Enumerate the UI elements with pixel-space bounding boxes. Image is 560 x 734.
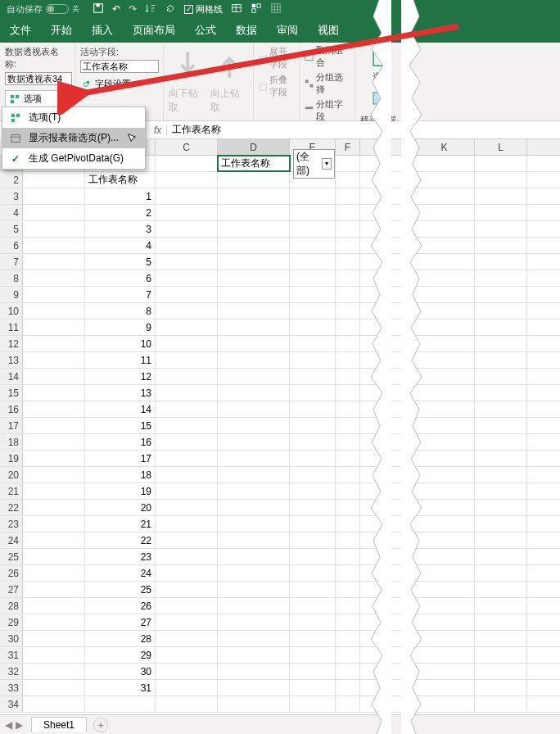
cell[interactable] <box>336 336 360 351</box>
cell[interactable] <box>336 598 360 614</box>
cell[interactable] <box>218 647 290 663</box>
cell[interactable]: 21 <box>85 516 156 532</box>
undo-icon[interactable]: ↶ <box>112 3 120 15</box>
cell[interactable] <box>475 270 527 286</box>
cell[interactable] <box>218 238 290 253</box>
autosave-toggle[interactable]: 自动保存 关 <box>7 3 79 16</box>
cell[interactable] <box>290 385 336 401</box>
cell[interactable] <box>336 664 360 679</box>
row-header[interactable]: 26 <box>0 565 23 581</box>
row-header[interactable]: 23 <box>0 516 23 532</box>
cell[interactable] <box>156 352 218 368</box>
cell[interactable] <box>218 287 290 302</box>
cell[interactable] <box>290 631 336 646</box>
cell[interactable] <box>23 352 85 368</box>
cell[interactable] <box>475 418 527 433</box>
cell[interactable] <box>23 696 85 712</box>
select-button[interactable]: 选择 <box>360 46 403 83</box>
cell[interactable] <box>290 598 336 614</box>
row-header[interactable]: 30 <box>0 631 23 646</box>
cell[interactable] <box>23 647 85 663</box>
cell[interactable] <box>218 451 290 466</box>
col-header-f[interactable]: F <box>336 139 360 155</box>
add-sheet-button[interactable]: + <box>93 718 108 732</box>
cell[interactable] <box>218 582 290 597</box>
col-header-c[interactable]: C <box>156 139 218 155</box>
cell[interactable] <box>336 565 360 581</box>
cell[interactable] <box>336 647 360 663</box>
tab-review[interactable]: 审阅 <box>267 18 308 43</box>
activefield-input[interactable] <box>80 60 159 73</box>
cell[interactable] <box>156 451 218 466</box>
cell[interactable] <box>336 254 360 270</box>
cell[interactable]: 4 <box>85 238 156 253</box>
cell[interactable] <box>156 205 218 220</box>
row-header[interactable]: 15 <box>0 385 23 401</box>
cell[interactable] <box>414 254 475 270</box>
cell[interactable] <box>23 418 85 433</box>
row-header[interactable]: 4 <box>0 205 23 220</box>
cell[interactable] <box>336 172 360 188</box>
cell[interactable] <box>475 516 527 532</box>
cell[interactable] <box>23 287 85 302</box>
cell[interactable] <box>23 434 85 450</box>
cell[interactable] <box>156 680 218 695</box>
cell[interactable]: 17 <box>85 451 156 466</box>
cell[interactable] <box>23 336 85 351</box>
cell[interactable] <box>218 631 290 646</box>
row-header[interactable]: 21 <box>0 483 23 499</box>
cell[interactable]: 5 <box>85 254 156 270</box>
cell[interactable] <box>156 287 218 302</box>
row-header[interactable]: 22 <box>0 500 23 515</box>
row-header[interactable]: 12 <box>0 336 23 351</box>
tab-view[interactable]: 视图 <box>308 18 349 43</box>
cell[interactable] <box>336 582 360 597</box>
cell[interactable] <box>336 516 360 532</box>
cell[interactable] <box>156 614 218 630</box>
cell[interactable] <box>414 500 475 515</box>
cell[interactable] <box>290 270 336 286</box>
cell[interactable] <box>336 614 360 630</box>
cell[interactable] <box>475 451 527 466</box>
cell[interactable]: 23 <box>85 549 156 564</box>
cell[interactable] <box>414 221 475 237</box>
cell[interactable] <box>156 188 218 204</box>
cell[interactable]: 工作表名称 <box>85 172 156 188</box>
cell[interactable] <box>336 270 360 286</box>
cell[interactable] <box>23 467 85 483</box>
cell[interactable] <box>218 598 290 614</box>
cell[interactable] <box>336 156 360 171</box>
cell[interactable] <box>336 238 360 253</box>
row-header[interactable]: 29 <box>0 614 23 630</box>
cell[interactable] <box>475 205 527 220</box>
cell[interactable] <box>475 614 527 630</box>
redo-icon[interactable]: ↷ <box>129 3 137 15</box>
refresh-icon[interactable] <box>165 2 176 16</box>
cell[interactable] <box>290 369 336 384</box>
cell[interactable] <box>475 680 527 695</box>
save-icon[interactable] <box>93 2 104 16</box>
pivotname-input[interactable] <box>5 72 72 85</box>
col-header-d[interactable]: D <box>218 139 290 155</box>
cell[interactable] <box>475 549 527 564</box>
cell[interactable] <box>156 156 218 171</box>
cell[interactable] <box>218 614 290 630</box>
cell[interactable] <box>218 483 290 499</box>
cell[interactable] <box>290 483 336 499</box>
cell[interactable] <box>414 680 475 695</box>
cell[interactable] <box>414 434 475 450</box>
group-field-button[interactable]: 分组字段 <box>305 98 350 123</box>
cell[interactable] <box>414 418 475 433</box>
cell[interactable] <box>336 319 360 335</box>
cell[interactable]: 13 <box>85 385 156 401</box>
cell[interactable]: 6 <box>85 270 156 286</box>
cell[interactable] <box>336 352 360 368</box>
cell[interactable] <box>23 369 85 384</box>
cell[interactable] <box>218 336 290 351</box>
cell[interactable] <box>475 631 527 646</box>
cell[interactable] <box>156 664 218 679</box>
cell[interactable] <box>23 172 85 188</box>
cell[interactable] <box>23 319 85 335</box>
cell[interactable] <box>218 500 290 515</box>
cell[interactable] <box>414 451 475 466</box>
